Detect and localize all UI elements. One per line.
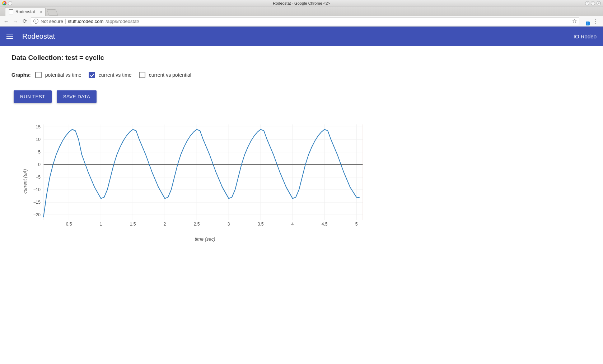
page-icon (9, 9, 13, 14)
forward-button: → (12, 18, 19, 24)
extension-badge: 2 (586, 22, 590, 25)
window-maximize-icon[interactable]: ˄ (591, 1, 595, 5)
security-status: Not secure (41, 19, 63, 24)
address-bar[interactable]: i Not secure stuff.iorodeo.com/apps/rode… (31, 17, 579, 25)
url-host: stuff.iorodeo.com (68, 19, 103, 24)
back-button[interactable]: ← (3, 18, 9, 24)
window-title: Rodeostat - Google Chrome <2> (273, 1, 330, 5)
svg-text:10: 10 (36, 137, 41, 142)
browser-tab-rodeostat[interactable]: Rodeostat × (5, 7, 46, 16)
checkbox-potential-vs-time[interactable] (35, 72, 42, 78)
window-close-icon[interactable]: × (597, 1, 601, 5)
run-test-button[interactable]: RUN TEST (14, 90, 52, 103)
site-info-icon[interactable]: i (33, 19, 38, 24)
checkbox-current-vs-time[interactable] (89, 72, 95, 78)
svg-text:2: 2 (164, 222, 166, 227)
extension-icon[interactable]: 2 (582, 18, 589, 24)
checkbox-label: current vs potential (149, 72, 191, 78)
separator (65, 19, 66, 24)
graphs-selector-row: Graphs: potential vs time current vs tim… (11, 72, 592, 78)
svg-text:−5: −5 (36, 175, 41, 180)
svg-text:5: 5 (355, 222, 358, 227)
url-path: /apps/rodeostat/ (106, 19, 139, 24)
bookmark-star-icon[interactable]: ☆ (572, 18, 577, 24)
chrome-app-icon (2, 1, 6, 5)
new-tab-button[interactable] (46, 9, 58, 16)
svg-text:1.5: 1.5 (130, 222, 136, 227)
main-content: Data Collection: test = cyclic Graphs: p… (0, 46, 603, 250)
svg-text:4.5: 4.5 (322, 222, 328, 227)
graphs-label: Graphs: (11, 72, 31, 78)
tab-close-icon[interactable]: × (40, 10, 42, 14)
chart-y-axis-label: current (uA) (21, 121, 29, 242)
svg-text:4: 4 (291, 222, 294, 227)
svg-text:1: 1 (100, 222, 102, 227)
save-data-button[interactable]: SAVE DATA (57, 90, 97, 103)
tab-strip: Rodeostat × (0, 6, 603, 16)
toolbar: ← → ⟳ i Not secure stuff.iorodeo.com/app… (0, 16, 603, 27)
checkbox-current-vs-potential[interactable] (139, 72, 145, 78)
svg-text:−15: −15 (33, 200, 41, 205)
chart-x-axis-label: time (sec) (43, 236, 366, 242)
menu-icon[interactable] (6, 34, 13, 39)
window-title-bar: Rodeostat - Google Chrome <2> ˅ ˄ × (0, 0, 603, 6)
action-buttons: RUN TEST SAVE DATA (14, 90, 592, 103)
svg-text:0: 0 (38, 162, 41, 167)
reload-button[interactable]: ⟳ (22, 18, 28, 24)
svg-text:3.5: 3.5 (258, 222, 264, 227)
svg-text:2.5: 2.5 (194, 222, 200, 227)
svg-text:5: 5 (38, 150, 41, 155)
checkbox-label: potential vs time (45, 72, 81, 78)
window-minimize-icon[interactable]: ˅ (585, 1, 589, 5)
app-title: Rodeostat (22, 32, 55, 41)
checkbox-label: current vs time (99, 72, 132, 78)
chrome-menu-icon[interactable]: ⋮ (592, 18, 600, 25)
svg-text:3: 3 (228, 222, 230, 227)
app-bar: Rodeostat IO Rodeo (0, 27, 603, 46)
chart-plot: −20−15−10−50510150.511.522.533.544.55 (29, 121, 366, 228)
chart-container: current (uA) −20−15−10−50510150.511.522.… (21, 121, 592, 242)
app-brand-link[interactable]: IO Rodeo (574, 33, 597, 39)
svg-text:−10: −10 (33, 187, 41, 192)
page-heading: Data Collection: test = cyclic (11, 54, 592, 62)
svg-text:15: 15 (36, 124, 41, 129)
loading-indicator-icon (8, 1, 12, 5)
tab-title: Rodeostat (15, 9, 35, 14)
svg-text:−20: −20 (33, 212, 41, 217)
svg-text:0.5: 0.5 (66, 222, 72, 227)
